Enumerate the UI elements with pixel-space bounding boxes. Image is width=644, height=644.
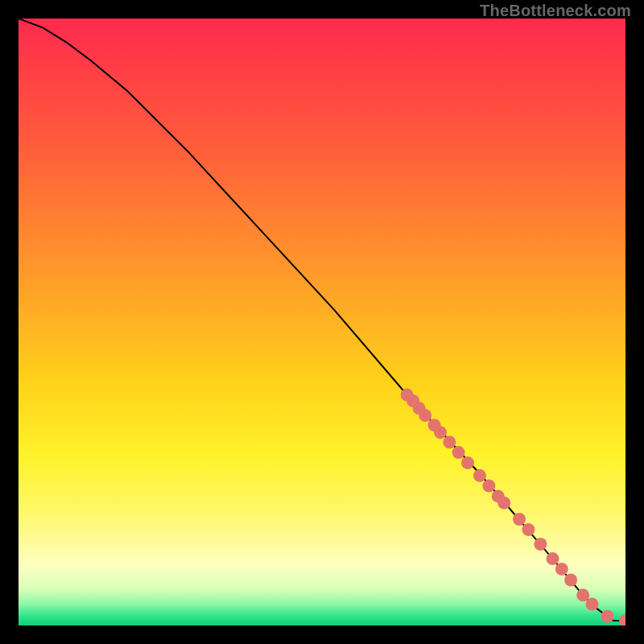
data-point [522,523,535,536]
data-point [513,513,526,526]
gradient-background [19,19,625,625]
data-point [576,588,589,601]
data-point [497,497,510,510]
plot-area [19,19,625,625]
data-point [547,552,559,565]
data-point [461,456,474,469]
data-point [473,469,486,482]
chart-stage: TheBottleneck.com [0,0,644,644]
data-point [419,409,431,422]
data-point [434,426,447,439]
data-point [601,610,613,623]
data-point [534,538,547,551]
data-point [482,480,495,493]
data-point [586,598,599,611]
data-point [555,563,568,576]
data-point [564,574,577,587]
watermark-text: TheBottleneck.com [480,2,631,20]
data-point [443,436,456,448]
chart-svg [19,19,625,625]
data-point [452,446,465,459]
